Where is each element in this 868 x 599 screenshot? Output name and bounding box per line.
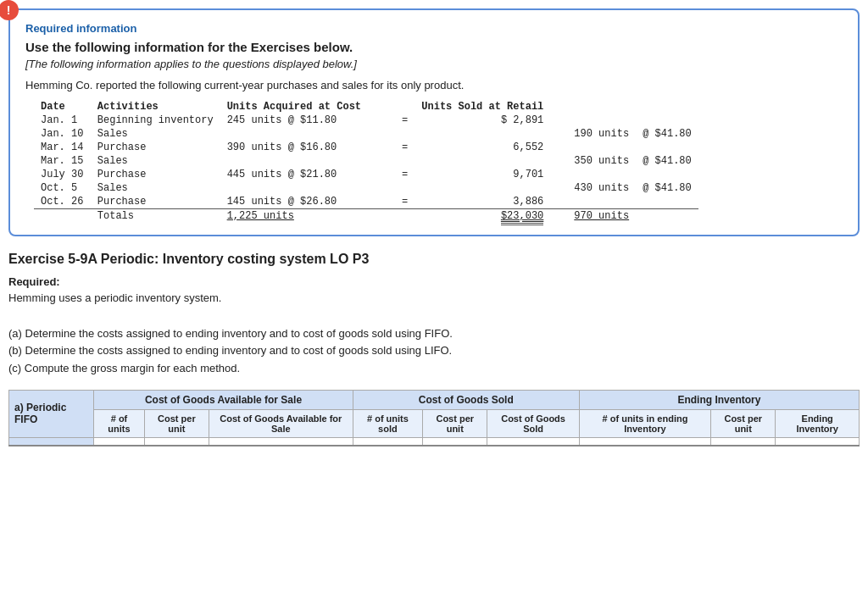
exercise-title: Exercise 5-9A Periodic: Inventory costin…: [8, 252, 860, 267]
inv-activity: Purchase: [91, 141, 220, 154]
inv-date: [34, 209, 91, 224]
col-units-acquired: Units Acquired at Cost: [220, 100, 395, 114]
inventory-table: Date Activities Units Acquired at Cost U…: [34, 100, 698, 223]
inv-units-acq: 445 units @ $21.80: [220, 168, 395, 181]
inv-sold-at: [636, 141, 698, 154]
inv-cost: [415, 154, 550, 168]
inv-activity: Totals: [91, 209, 220, 224]
fifo-table: a) Periodic FIFO Cost of Goods Available…: [8, 390, 860, 446]
col-units-sold: Units Sold at Retail: [415, 100, 550, 114]
inv-units-acq: [220, 181, 395, 195]
inv-units-sold: [567, 195, 636, 209]
instruction-item: (c) Compute the gross margin for each me…: [8, 360, 860, 378]
alert-icon: !: [0, 0, 19, 20]
inv-units-sold: [567, 168, 636, 181]
inv-units-sold: 190 units: [567, 127, 636, 141]
inv-sold-at: @ $41.80: [636, 127, 698, 141]
inv-eq: =: [395, 195, 415, 209]
inv-date: Jan. 10: [34, 127, 91, 141]
col-date: Date: [34, 100, 91, 114]
inv-cost: [415, 127, 550, 141]
inv-units-acq: [220, 154, 395, 168]
inv-eq: =: [395, 114, 415, 127]
inv-units-sold: [567, 141, 636, 154]
inv-activity: Beginning inventory: [91, 114, 220, 127]
inv-units-sold: [567, 114, 636, 127]
inv-date: Mar. 14: [34, 141, 91, 154]
inv-activity: Sales: [91, 154, 220, 168]
inv-units-acq: 1,225 units: [220, 209, 395, 224]
col-num-units: # of units: [94, 409, 144, 437]
inv-eq: [395, 154, 415, 168]
cogs-header: Cost of Goods Sold: [353, 390, 579, 409]
main-heading: Use the following information for the Ex…: [25, 40, 843, 54]
inv-activity: Purchase: [91, 195, 220, 209]
col-activities: Activities: [91, 100, 220, 114]
inv-activity: Sales: [91, 127, 220, 141]
ending-header: Ending Inventory: [579, 390, 859, 409]
col-cost-available: Cost of Goods Available for Sale: [209, 409, 353, 437]
inv-sold-at: [636, 114, 698, 127]
inv-units-acq: [220, 127, 395, 141]
col-num-units-sold: # of units sold: [353, 409, 422, 437]
inv-units-acq: 245 units @ $11.80: [220, 114, 395, 127]
inv-sold-at: [636, 195, 698, 209]
inv-sold-at: [636, 168, 698, 181]
col-cost-per-unit-sold: Cost per unit: [423, 409, 487, 437]
intro-text: Hemming Co. reported the following curre…: [25, 79, 843, 92]
inv-date: Oct. 5: [34, 181, 91, 195]
instruction-item: (b) Determine the costs assigned to endi…: [8, 342, 860, 360]
fifo-table-container: a) Periodic FIFO Cost of Goods Available…: [8, 390, 860, 446]
inv-eq: [395, 209, 415, 224]
sub-heading: [The following information applies to th…: [25, 58, 843, 70]
fifo-data-row: [9, 437, 860, 446]
col-cost-per-unit-ending: Cost per unit: [711, 409, 776, 437]
info-box: ! Required information Use the following…: [8, 8, 860, 236]
inv-sold-at: @ $41.80: [636, 181, 698, 195]
inv-units-acq: 390 units @ $16.80: [220, 141, 395, 154]
inv-activity: Sales: [91, 181, 220, 195]
available-header: Cost of Goods Available for Sale: [94, 390, 353, 409]
required-label: Required:: [8, 275, 860, 288]
inv-date: Jan. 1: [34, 114, 91, 127]
inv-cost: 6,552: [415, 141, 550, 154]
inv-cost: [415, 181, 550, 195]
inv-units-sold: 430 units: [567, 181, 636, 195]
inv-sold-at: [636, 209, 698, 224]
inv-activity: Purchase: [91, 168, 220, 181]
col-cost-per-unit: Cost per unit: [144, 409, 209, 437]
col-cost-of-goods-sold: Cost of Goods Sold: [487, 409, 579, 437]
inv-units-sold: 350 units: [567, 154, 636, 168]
required-info-label: Required information: [25, 22, 843, 35]
inv-cost: 9,701: [415, 168, 550, 181]
inv-date: Oct. 26: [34, 195, 91, 209]
fifo-row-header: a) Periodic FIFO: [9, 390, 94, 437]
inv-eq: =: [395, 168, 415, 181]
inv-eq: [395, 127, 415, 141]
inv-date: Mar. 15: [34, 154, 91, 168]
required-text: Hemming uses a periodic inventory system…: [8, 290, 860, 378]
inv-cost: $23,030: [415, 209, 550, 224]
inv-units-acq: 145 units @ $26.80: [220, 195, 395, 209]
inv-date: July 30: [34, 168, 91, 181]
inv-eq: =: [395, 141, 415, 154]
col-ending-inventory: Ending Inventory: [776, 409, 860, 437]
inv-cost: 3,886: [415, 195, 550, 209]
col-num-units-ending: # of units in ending Inventory: [579, 409, 710, 437]
inv-units-sold: 970 units: [567, 209, 636, 224]
inv-eq: [395, 181, 415, 195]
inv-sold-at: @ $41.80: [636, 154, 698, 168]
inv-cost: $ 2,891: [415, 114, 550, 127]
instruction-item: (a) Determine the costs assigned to endi…: [8, 325, 860, 343]
